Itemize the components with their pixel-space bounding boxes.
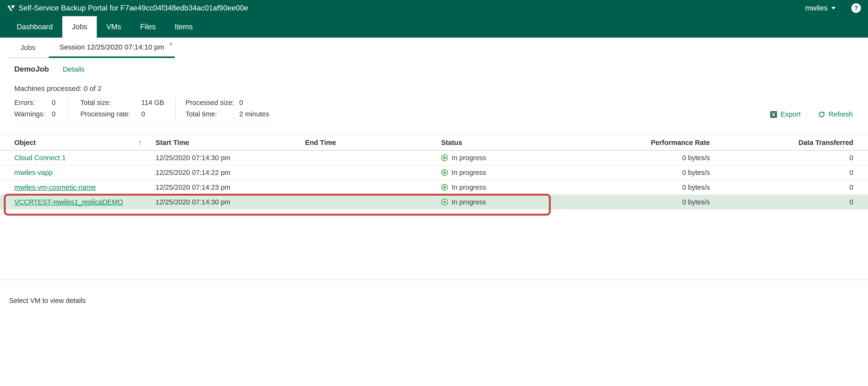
table-row[interactable]: mwiles-vm-cosmetic-name 12/25/2020 07:14… (0, 180, 868, 195)
status-cell: In progress (441, 169, 568, 177)
col-header-data-transferred[interactable]: Data Transferred (710, 139, 853, 147)
start-time-cell: 12/25/2020 07:14:30 pm (156, 154, 305, 162)
table-row-selected[interactable]: VCCRTEST-mwiles1_replicaDEMO 12/25/2020 … (0, 195, 868, 210)
col-header-performance-rate[interactable]: Performance Rate (568, 139, 710, 147)
status-in-progress-icon (441, 184, 448, 190)
stat-label: Errors: (14, 99, 52, 107)
stat-value: 0 (239, 99, 243, 107)
status-in-progress-icon (441, 199, 448, 205)
status-in-progress-icon (441, 169, 448, 176)
subtab-jobs-label: Jobs (21, 43, 35, 52)
veeam-logo-icon (7, 4, 16, 12)
performance-rate-cell: 0 bytes/s (568, 154, 710, 162)
stats-group-time: Processed size: 0 Total time: 2 minutes (176, 97, 271, 120)
chevron-down-icon (831, 7, 836, 9)
table-row[interactable]: Cloud Connect 1 12/25/2020 07:14:30 pm I… (0, 151, 868, 166)
start-time-cell: 12/25/2020 07:14:30 pm (156, 198, 305, 206)
data-transferred-cell: 0 (710, 169, 853, 177)
username: mwiles (805, 4, 828, 12)
refresh-icon (818, 111, 825, 118)
stat-value: 2 minutes (239, 110, 269, 118)
table-header: Object ↑ Start Time End Time Status Perf… (0, 135, 868, 151)
jobs-table: Object ↑ Start Time End Time Status Perf… (0, 135, 868, 210)
performance-rate-cell: 0 bytes/s (568, 198, 710, 206)
table-actions: Export Refresh (770, 111, 853, 118)
export-label: Export (781, 111, 801, 118)
data-transferred-cell: 0 (710, 154, 853, 162)
stat-value: 0 (52, 99, 56, 107)
col-header-end-time[interactable]: End Time (305, 139, 441, 147)
stats-group-errors: Errors: 0 Warnings: 0 (14, 97, 68, 120)
status-cell: In progress (441, 154, 568, 162)
user-menu[interactable]: mwiles (805, 4, 836, 12)
subtab-bar: Jobs Session 12/25/2020 07:14:10 pm × (0, 38, 868, 58)
nav-tab-files[interactable]: Files (130, 16, 165, 38)
col-header-start-time[interactable]: Start Time (156, 139, 305, 147)
object-link[interactable]: mwiles-vapp (14, 169, 53, 176)
subtab-jobs[interactable]: Jobs (7, 38, 49, 58)
stat-label: Total time: (185, 110, 239, 118)
status-label: In progress (452, 198, 486, 206)
stat-label: Processing rate: (81, 110, 141, 118)
stats-group-size: Total size: 114 GB Processing rate: 0 (68, 97, 176, 120)
object-link[interactable]: Cloud Connect 1 (14, 154, 66, 161)
status-label: In progress (452, 169, 486, 177)
details-link[interactable]: Details (63, 65, 85, 73)
help-button[interactable]: ? (851, 3, 861, 13)
details-divider (0, 279, 868, 280)
start-time-cell: 12/25/2020 07:14:23 pm (156, 183, 305, 191)
close-icon[interactable]: × (168, 40, 173, 48)
stat-value: 0 (52, 110, 56, 118)
machines-processed: Machines processed: 0 of 2 (14, 85, 868, 93)
portal-title: Self-Service Backup Portal for F7ae49cc0… (19, 4, 248, 12)
stat-label: Processed size: (185, 99, 239, 107)
export-button[interactable]: Export (770, 111, 801, 118)
sort-ascending-icon: ↑ (138, 139, 142, 147)
excel-icon (770, 111, 777, 118)
col-header-object[interactable]: Object ↑ (14, 139, 156, 147)
data-transferred-cell: 0 (710, 198, 853, 206)
object-link[interactable]: VCCRTEST-mwiles1_replicaDEMO (14, 198, 123, 206)
main-nav: Dashboard Jobs VMs Files Items (0, 16, 868, 38)
subtab-session-label: Session 12/25/2020 07:14:10 pm (59, 43, 164, 51)
stat-label: Total size: (81, 99, 141, 107)
object-link[interactable]: mwiles-vm-cosmetic-name (14, 183, 96, 191)
col-header-status[interactable]: Status (441, 139, 568, 147)
subtab-session[interactable]: Session 12/25/2020 07:14:10 pm × (49, 38, 175, 58)
stat-label: Warnings: (14, 110, 52, 118)
status-cell: In progress (441, 183, 568, 191)
session-stats: Errors: 0 Warnings: 0 Total size: 114 GB… (14, 97, 271, 123)
stat-value: 0 (141, 110, 145, 118)
performance-rate-cell: 0 bytes/s (568, 183, 710, 191)
start-time-cell: 12/25/2020 07:14:22 pm (156, 169, 305, 177)
question-icon: ? (854, 4, 858, 12)
stat-value: 114 GB (141, 99, 164, 107)
select-vm-hint: Select VM to view details (9, 297, 868, 305)
table-row[interactable]: mwiles-vapp 12/25/2020 07:14:22 pm In pr… (0, 166, 868, 180)
nav-tab-items[interactable]: Items (165, 16, 203, 38)
nav-tab-vms[interactable]: VMs (97, 16, 130, 38)
job-name: DemoJob (14, 65, 49, 73)
status-label: In progress (452, 154, 486, 162)
data-transferred-cell: 0 (710, 183, 853, 191)
topbar: Self-Service Backup Portal for F7ae49cc0… (0, 0, 868, 16)
performance-rate-cell: 0 bytes/s (568, 169, 710, 177)
status-in-progress-icon (441, 154, 448, 161)
job-header: DemoJob Details (14, 65, 868, 73)
status-cell: In progress (441, 198, 568, 206)
nav-tab-dashboard[interactable]: Dashboard (7, 16, 62, 38)
nav-tab-jobs[interactable]: Jobs (62, 16, 97, 38)
refresh-button[interactable]: Refresh (818, 111, 853, 118)
status-label: In progress (452, 183, 486, 191)
refresh-label: Refresh (829, 111, 853, 118)
